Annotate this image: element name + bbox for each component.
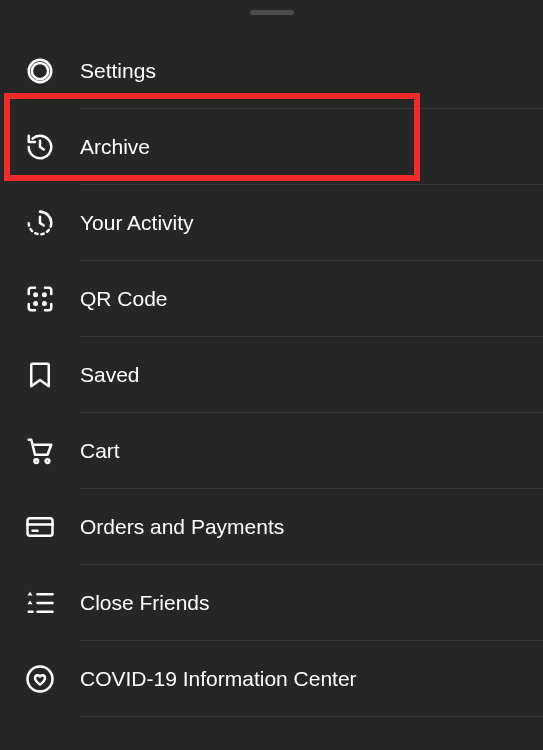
- svg-point-2: [34, 293, 37, 296]
- menu-item-archive[interactable]: Archive: [0, 109, 543, 185]
- menu-item-label: Your Activity: [80, 211, 194, 235]
- settings-menu: Settings Archive Your Activity: [0, 33, 543, 717]
- drag-handle[interactable]: [250, 10, 294, 15]
- menu-item-close-friends[interactable]: Close Friends: [0, 565, 543, 641]
- credit-card-icon: [0, 512, 80, 542]
- svg-rect-8: [28, 518, 53, 536]
- svg-point-4: [34, 302, 37, 305]
- svg-point-5: [43, 302, 46, 305]
- menu-item-label: Orders and Payments: [80, 515, 284, 539]
- saved-icon: [0, 360, 80, 390]
- menu-item-covid-info[interactable]: COVID-19 Information Center: [0, 641, 543, 717]
- close-friends-icon: [0, 588, 80, 618]
- archive-icon: [0, 132, 80, 162]
- menu-item-your-activity[interactable]: Your Activity: [0, 185, 543, 261]
- heart-circle-icon: [0, 664, 80, 694]
- menu-item-label: Cart: [80, 439, 120, 463]
- menu-item-label: Archive: [80, 135, 150, 159]
- menu-item-label: QR Code: [80, 287, 168, 311]
- menu-item-qr-code[interactable]: QR Code: [0, 261, 543, 337]
- menu-item-orders-payments[interactable]: Orders and Payments: [0, 489, 543, 565]
- menu-item-label: Settings: [80, 59, 156, 83]
- cart-icon: [0, 436, 80, 466]
- menu-item-settings[interactable]: Settings: [0, 33, 543, 109]
- menu-item-cart[interactable]: Cart: [0, 413, 543, 489]
- menu-item-label: COVID-19 Information Center: [80, 667, 357, 691]
- menu-item-saved[interactable]: Saved: [0, 337, 543, 413]
- settings-icon: [0, 56, 80, 86]
- activity-icon: [0, 208, 80, 238]
- svg-point-17: [28, 667, 53, 692]
- menu-item-label: Saved: [80, 363, 140, 387]
- divider: [80, 716, 543, 717]
- svg-point-6: [34, 459, 38, 463]
- svg-point-1: [32, 63, 48, 79]
- svg-marker-13: [28, 601, 33, 605]
- svg-point-7: [46, 459, 50, 463]
- menu-item-label: Close Friends: [80, 591, 210, 615]
- qr-code-icon: [0, 284, 80, 314]
- svg-point-3: [43, 293, 46, 296]
- svg-marker-11: [28, 592, 33, 596]
